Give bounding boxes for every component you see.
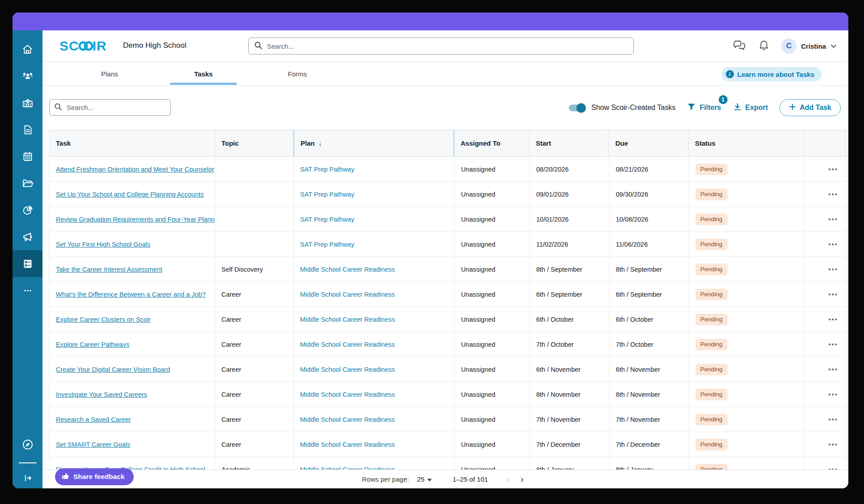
task-link[interactable]: Explore Career Clusters on Scoir	[56, 316, 151, 323]
tab-plans[interactable]: Plans	[63, 62, 157, 86]
task-link[interactable]: What’s the Difference Between a Career a…	[56, 291, 206, 298]
task-link[interactable]: Review Graduation Requirements and Four-…	[56, 216, 215, 223]
cell-assigned-to: Unassigned	[455, 407, 530, 432]
start-date-text: 8th / September	[536, 266, 582, 273]
plan-link[interactable]: Middle School Career Readiness	[300, 416, 395, 423]
assigned-text: Unassigned	[461, 466, 496, 470]
row-menu-button[interactable]: •••	[826, 339, 841, 350]
notifications-button[interactable]	[758, 39, 770, 53]
row-menu-button[interactable]: •••	[826, 189, 841, 200]
plan-link[interactable]: SAT Prep Pathway	[300, 241, 354, 248]
user-menu[interactable]: C Cristina	[781, 38, 837, 54]
learn-more-button[interactable]: i Learn more about Tasks	[721, 67, 822, 81]
sidebar-item-more[interactable]	[13, 277, 42, 304]
plan-link[interactable]: Middle School Career Readiness	[300, 366, 395, 373]
sidebar-item-documents[interactable]	[13, 116, 42, 143]
row-menu-button[interactable]: •••	[826, 414, 841, 425]
add-task-button[interactable]: Add Task	[779, 99, 841, 116]
sidebar-item-reports[interactable]	[13, 197, 42, 223]
row-menu-button[interactable]: •••	[826, 164, 841, 175]
row-menu-button[interactable]: •••	[826, 239, 841, 250]
column-header-task[interactable]: Task	[50, 130, 215, 156]
tab-forms[interactable]: Forms	[250, 62, 344, 86]
plan-link[interactable]: Middle School Career Readiness	[300, 391, 395, 398]
column-header-assigned-to[interactable]: Assigned To	[454, 130, 529, 156]
rows-per-page-select[interactable]: 25	[417, 475, 432, 483]
cell-task: Explore Career Pathways	[50, 332, 215, 357]
plan-link[interactable]: Middle School Career Readiness	[300, 266, 395, 273]
cell-assigned-to: Unassigned	[455, 357, 530, 382]
task-link[interactable]: Attend Freshman Orientation and Meet You…	[56, 166, 214, 173]
sidebar-item-school[interactable]	[13, 89, 42, 116]
column-header-plan[interactable]: Plan ↓	[293, 130, 454, 156]
sidebar-item-tasks[interactable]	[13, 250, 42, 277]
task-link[interactable]: Set Your First High School Goals	[56, 241, 150, 248]
plan-link[interactable]: Middle School Career Readiness	[300, 441, 395, 448]
topic-text: Self Discovery	[221, 266, 263, 273]
compass-icon	[21, 438, 34, 451]
due-date-text: 8th / January	[616, 466, 653, 470]
task-link[interactable]: Set Up Your School and College Planning …	[56, 191, 204, 198]
tab-tasks[interactable]: Tasks	[157, 62, 250, 86]
row-menu-button[interactable]: •••	[826, 439, 841, 450]
column-header-start[interactable]: Start	[529, 130, 609, 156]
cell-plan: Middle School Career Readiness	[294, 282, 455, 307]
topic-text: Career	[221, 316, 241, 323]
plan-link[interactable]: Middle School Career Readiness	[300, 466, 395, 470]
row-menu-button[interactable]: •••	[826, 364, 841, 375]
column-header-topic[interactable]: Topic	[215, 130, 294, 156]
cell-assigned-to: Unassigned	[455, 307, 530, 332]
plan-link[interactable]: SAT Prep Pathway	[300, 166, 354, 173]
row-menu-button[interactable]: •••	[826, 264, 841, 275]
add-task-label: Add Task	[800, 104, 831, 112]
cell-due: 7th / October	[610, 332, 689, 357]
start-date-text: 10/01/2026	[536, 216, 569, 223]
cell-task: Set SMART Career Goals	[50, 432, 215, 457]
sidebar-item-students[interactable]	[13, 63, 42, 89]
scoir-logo-sc: SC	[59, 38, 79, 54]
task-link[interactable]: Create Your Digital Career Vision Board	[56, 366, 170, 373]
cell-topic: Career	[215, 382, 294, 407]
info-icon: i	[726, 70, 734, 78]
row-menu-button[interactable]: •••	[826, 314, 841, 325]
cell-status: Pending	[689, 457, 805, 470]
cell-status: Pending	[689, 382, 805, 407]
task-link[interactable]: Set SMART Career Goals	[56, 441, 130, 448]
pie-chart-icon	[21, 204, 34, 216]
row-menu-button[interactable]: •••	[826, 464, 841, 470]
next-page-button[interactable]: ›	[515, 474, 529, 484]
plan-link[interactable]: SAT Prep Pathway	[300, 216, 354, 223]
global-search-input[interactable]	[267, 42, 628, 50]
due-date-text: 10/08/2026	[616, 216, 648, 223]
export-button[interactable]: Export	[733, 102, 768, 113]
sidebar-item-explore[interactable]	[13, 431, 42, 458]
column-header-due[interactable]: Due	[609, 130, 689, 156]
column-header-status[interactable]: Status	[689, 130, 804, 156]
task-link[interactable]: Explore Career Pathways	[56, 341, 129, 348]
plan-link[interactable]: Middle School Career Readiness	[300, 316, 395, 323]
task-link[interactable]: Research a Saved Career	[56, 416, 131, 423]
row-menu-button[interactable]: •••	[826, 289, 841, 300]
row-menu-button[interactable]: •••	[826, 214, 841, 225]
show-scoir-tasks-toggle[interactable]: Show Scoir-Created Tasks	[569, 104, 675, 112]
task-link[interactable]: Take the Career Interest Assessment	[56, 266, 162, 273]
share-feedback-button[interactable]: Share feedback	[55, 468, 134, 485]
previous-page-button[interactable]: ‹	[501, 474, 515, 484]
sidebar-collapse-button[interactable]	[13, 468, 42, 488]
students-icon	[21, 70, 34, 82]
task-link[interactable]: Investigate Your Saved Careers	[56, 391, 147, 398]
sidebar-item-files[interactable]	[13, 170, 42, 197]
plan-link[interactable]: Middle School Career Readiness	[300, 341, 395, 348]
sidebar-item-home[interactable]	[13, 36, 42, 63]
task-search-input[interactable]	[67, 104, 166, 111]
plan-link[interactable]: Middle School Career Readiness	[300, 291, 395, 298]
row-menu-button[interactable]: •••	[826, 389, 841, 400]
topic-text: Career	[221, 416, 241, 423]
sidebar-item-calendar[interactable]	[13, 143, 42, 170]
cell-plan: Middle School Career Readiness	[294, 307, 455, 332]
messages-button[interactable]	[733, 40, 746, 53]
filters-button[interactable]: Filters 1	[687, 102, 721, 113]
sidebar-item-announcements[interactable]	[13, 223, 42, 250]
cell-actions: •••	[805, 157, 846, 181]
plan-link[interactable]: SAT Prep Pathway	[300, 191, 354, 198]
